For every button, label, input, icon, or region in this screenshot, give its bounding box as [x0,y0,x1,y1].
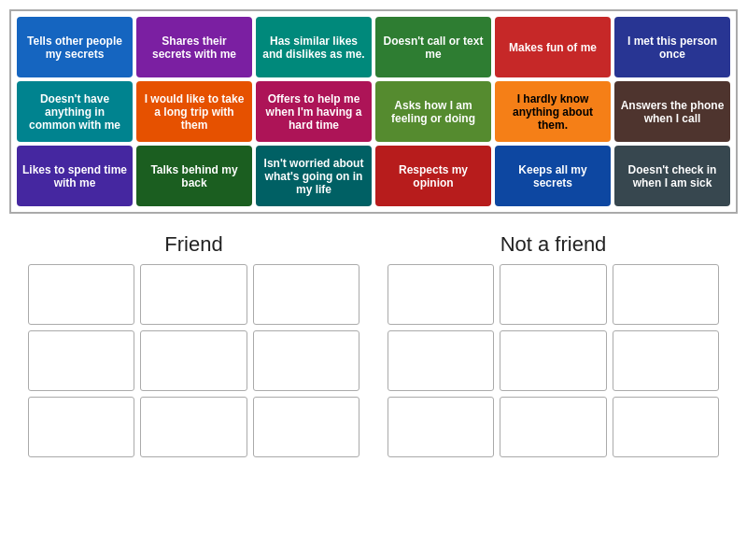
drop-cell[interactable] [388,264,494,325]
card-c17[interactable]: Keeps all my secrets [495,146,611,206]
card-c18[interactable]: Doesn't check in when I am sick [614,146,730,206]
cards-grid: Tells other people my secretsShares thei… [9,9,738,214]
card-c8[interactable]: I would like to take a long trip with th… [136,81,252,142]
drop-cell[interactable] [140,264,247,325]
sort-wrapper: Friend Not a friend [9,232,738,457]
card-c4[interactable]: Doesn't call or text me [375,17,491,77]
notfriend-title: Not a friend [388,232,719,257]
drop-cell[interactable] [613,330,719,391]
drop-cell[interactable] [28,264,134,325]
card-c10[interactable]: Asks how I am feeling or doing [375,81,491,142]
card-c12[interactable]: Answers the phone when I call [614,81,730,142]
notfriend-drop-grid[interactable] [388,264,719,457]
card-c5[interactable]: Makes fun of me [495,17,611,77]
card-c2[interactable]: Shares their secrets with me [136,17,252,77]
card-c3[interactable]: Has similar likes and dislikes as me. [256,17,372,77]
drop-cell[interactable] [500,397,606,457]
card-c16[interactable]: Respects my opinion [375,146,491,206]
drop-cell[interactable] [500,264,606,325]
drop-cell[interactable] [613,397,719,457]
card-c11[interactable]: I hardly know anything about them. [495,81,611,142]
drop-cell[interactable] [28,397,134,457]
drop-cell[interactable] [613,264,719,325]
drop-cell[interactable] [140,397,247,457]
card-c9[interactable]: Offers to help me when I'm having a hard… [256,81,372,142]
drop-cell[interactable] [140,330,247,391]
drop-cell[interactable] [388,397,494,457]
drop-cell[interactable] [28,330,134,391]
drop-cell[interactable] [253,330,359,391]
card-c7[interactable]: Doesn't have anything in common with me [17,81,133,142]
card-c6[interactable]: I met this person once [614,17,730,77]
card-c13[interactable]: Likes to spend time with me [17,146,133,206]
card-c14[interactable]: Talks behind my back [136,146,252,206]
drop-cell[interactable] [500,330,606,391]
friend-section: Friend [28,232,359,457]
friend-drop-grid[interactable] [28,264,359,457]
card-c1[interactable]: Tells other people my secrets [17,17,133,77]
drop-cell[interactable] [388,330,494,391]
card-c15[interactable]: Isn't worried about what's going on in m… [256,146,372,206]
drop-cell[interactable] [253,397,359,457]
friend-title: Friend [28,232,359,257]
notfriend-section: Not a friend [388,232,719,457]
drop-cell[interactable] [253,264,359,325]
